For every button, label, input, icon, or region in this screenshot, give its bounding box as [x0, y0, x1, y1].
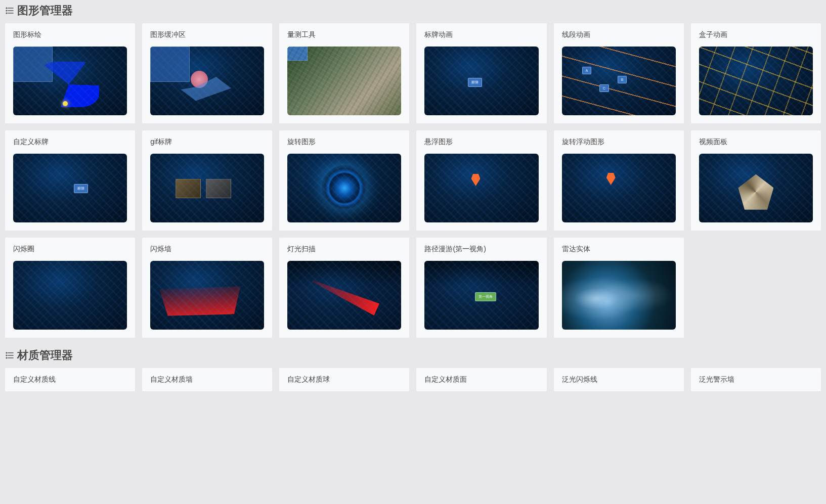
grid-graphics: 图形标绘 图形缓冲区 量测工具 标牌动画 标牌 线段动画 A B: [0, 23, 826, 345]
thumb-path-roam: 第一视角: [424, 261, 538, 330]
svg-point-1: [6, 8, 7, 9]
svg-point-7: [6, 352, 7, 353]
card-mat-wall[interactable]: 自定义材质墙: [142, 368, 272, 391]
thumb-line-anim: A B C: [562, 47, 676, 115]
thumb-label-anim: 标牌: [424, 47, 538, 115]
thumb-radar-entity: [562, 261, 676, 330]
section-title-graphics: 图形管理器: [17, 3, 73, 18]
card-label-anim[interactable]: 标牌动画 标牌: [416, 23, 546, 123]
card-title: 闪烁墙: [142, 238, 272, 261]
thumb-rotate-graphic: [287, 154, 401, 222]
card-title: 量测工具: [279, 23, 409, 47]
card-title: gif标牌: [142, 130, 272, 154]
card-title: 灯光扫描: [279, 238, 409, 261]
card-rotate-float-graphic[interactable]: 旋转浮动图形: [554, 130, 684, 231]
thumb-blink-circle: [13, 261, 127, 330]
thumb-rotate-float-graphic: [562, 154, 676, 222]
card-title: 盒子动画: [691, 23, 821, 47]
card-custom-label[interactable]: 自定义标牌 标牌: [5, 130, 135, 231]
thumb-graphic-draw: [13, 47, 127, 115]
card-rotate-graphic[interactable]: 旋转图形: [279, 130, 409, 231]
card-mat-line[interactable]: 自定义材质线: [5, 368, 135, 391]
card-box-anim[interactable]: 盒子动画: [691, 23, 821, 123]
svg-point-9: [6, 355, 7, 356]
card-radar-entity[interactable]: 雷达实体: [554, 238, 684, 338]
card-title: 视频面板: [691, 130, 821, 154]
card-title: 雷达实体: [554, 238, 684, 261]
card-mat-sphere[interactable]: 自定义材质球: [279, 368, 409, 391]
card-title: 图形标绘: [5, 23, 135, 47]
card-light-scan[interactable]: 灯光扫描: [279, 238, 409, 338]
svg-point-11: [6, 357, 7, 358]
list-icon: [5, 6, 14, 15]
card-blink-wall[interactable]: 闪烁墙: [142, 238, 272, 338]
card-title: 自定义材质墙: [142, 368, 272, 391]
section-header-material: 材质管理器: [0, 345, 826, 368]
card-mat-plane[interactable]: 自定义材质面: [416, 368, 546, 391]
thumb-video-panel: [699, 154, 813, 222]
card-title: 路径漫游(第一视角): [416, 238, 546, 261]
thumb-custom-label: 标牌: [13, 154, 127, 222]
card-title: 泛光闪烁线: [554, 368, 684, 391]
card-graphic-draw[interactable]: 图形标绘: [5, 23, 135, 123]
list-icon: [5, 351, 14, 360]
thumb-gif-label: [150, 154, 264, 222]
grid-material: 自定义材质线 自定义材质墙 自定义材质球 自定义材质面 泛光闪烁线 泛光警示墙: [0, 368, 826, 398]
card-title: 旋转浮动图形: [554, 130, 684, 154]
card-title: 闪烁圈: [5, 238, 135, 261]
card-title: 线段动画: [554, 23, 684, 47]
card-title: 自定义标牌: [5, 130, 135, 154]
thumb-blink-wall: [150, 261, 264, 330]
card-measure-tool[interactable]: 量测工具: [279, 23, 409, 123]
card-path-roam[interactable]: 路径漫游(第一视角) 第一视角: [416, 238, 546, 338]
card-title: 旋转图形: [279, 130, 409, 154]
card-float-graphic[interactable]: 悬浮图形: [416, 130, 546, 231]
card-graphic-buffer[interactable]: 图形缓冲区: [142, 23, 272, 123]
thumb-float-graphic: [424, 154, 538, 222]
card-title: 自定义材质球: [279, 368, 409, 391]
thumb-graphic-buffer: [150, 47, 264, 115]
section-title-material: 材质管理器: [17, 348, 73, 363]
thumb-box-anim: [699, 47, 813, 115]
card-glow-warn-wall[interactable]: 泛光警示墙: [691, 368, 821, 391]
thumb-measure-tool: [287, 47, 401, 115]
svg-point-5: [6, 13, 7, 14]
card-title: 标牌动画: [416, 23, 546, 47]
svg-point-3: [6, 10, 7, 11]
card-title: 泛光警示墙: [691, 368, 821, 391]
card-title: 自定义材质线: [5, 368, 135, 391]
card-line-anim[interactable]: 线段动画 A B C: [554, 23, 684, 123]
card-blink-circle[interactable]: 闪烁圈: [5, 238, 135, 338]
thumb-light-scan: [287, 261, 401, 330]
card-title: 图形缓冲区: [142, 23, 272, 47]
card-glow-blink-line[interactable]: 泛光闪烁线: [554, 368, 684, 391]
section-header-graphics: 图形管理器: [0, 0, 826, 23]
card-video-panel[interactable]: 视频面板: [691, 130, 821, 231]
card-title: 自定义材质面: [416, 368, 546, 391]
card-gif-label[interactable]: gif标牌: [142, 130, 272, 231]
card-title: 悬浮图形: [416, 130, 546, 154]
